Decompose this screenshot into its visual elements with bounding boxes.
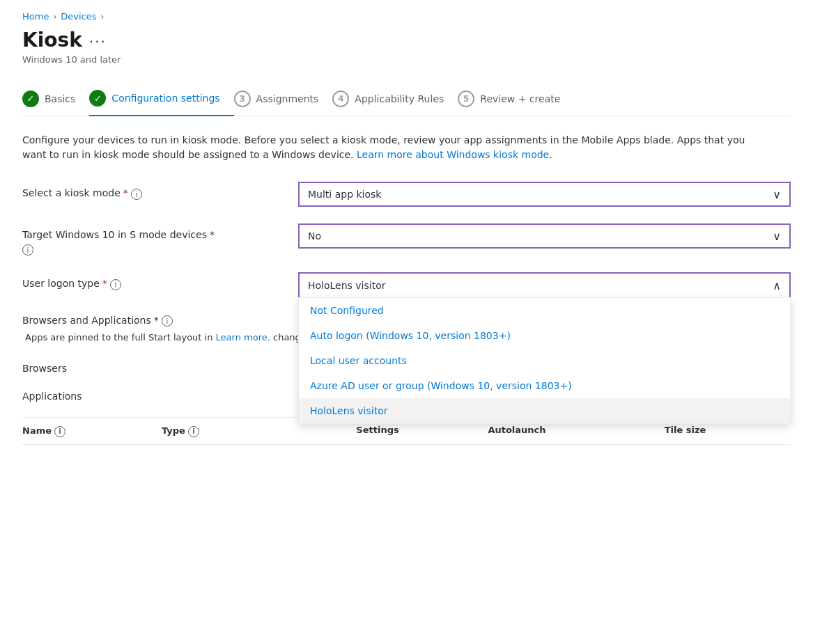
browsers-apps-info-icon[interactable]: i	[162, 315, 173, 327]
target-windows-label-container: Target Windows 10 in S mode devices * i	[22, 223, 287, 256]
configuration-description: Configure your devices to run in kiosk m…	[22, 133, 761, 162]
breadcrumb: Home › Devices ›	[22, 11, 791, 22]
user-logon-dropdown[interactable]: HoloLens visitor ∧	[298, 272, 791, 297]
description-link[interactable]: Learn more about Windows kiosk mode	[357, 149, 549, 160]
step-circle-assignments: 3	[234, 91, 251, 107]
target-windows-dropdown[interactable]: No ∨	[298, 223, 791, 249]
step-check-configuration	[94, 93, 102, 104]
target-windows-info-icon[interactable]: i	[22, 244, 33, 256]
page-subtitle: Windows 10 and later	[22, 54, 791, 65]
step-circle-review: 5	[458, 91, 474, 107]
user-logon-dropdown-menu: Not Configured Auto logon (Windows 10, v…	[298, 297, 791, 424]
option-not-configured[interactable]: Not Configured	[299, 298, 790, 323]
breadcrumb-devices[interactable]: Devices	[61, 11, 96, 22]
user-logon-control: HoloLens visitor ∧ Not Configured Auto l…	[298, 272, 791, 297]
breadcrumb-sep1: ›	[53, 12, 56, 22]
name-col-info-icon[interactable]: i	[54, 426, 65, 437]
target-windows-control: No ∨	[298, 223, 791, 249]
kiosk-mode-control: Multi app kiosk ∨	[298, 182, 791, 207]
target-windows-sub: i	[22, 243, 287, 256]
page-title: Kiosk	[22, 29, 82, 52]
col-header-autolaunch: Autolaunch	[454, 425, 580, 437]
user-logon-arrow: ∧	[773, 279, 781, 292]
col-header-name: Name i	[22, 425, 162, 437]
step-circle-applicability: 4	[332, 91, 349, 107]
target-windows-field: Target Windows 10 in S mode devices * i …	[22, 223, 791, 256]
step-label-assignments: Assignments	[256, 93, 319, 104]
kiosk-mode-required: *	[123, 187, 128, 198]
step-label-configuration: Configuration settings	[111, 93, 219, 104]
user-logon-value: HoloLens visitor	[308, 280, 386, 291]
option-hololens[interactable]: HoloLens visitor	[299, 398, 790, 423]
browsers-desc-text1: Apps are pinned to the full Start layout…	[25, 332, 216, 343]
target-windows-label-row: Target Windows 10 in S mode devices *	[22, 229, 287, 240]
target-windows-label: Target Windows 10 in S mode devices	[22, 229, 207, 240]
description-text2: .	[549, 149, 552, 160]
wizard-step-applicability[interactable]: 4 Applicability Rules	[332, 82, 458, 116]
step-circle-basics	[22, 91, 39, 107]
step-check-basics	[27, 93, 35, 104]
option-local-user[interactable]: Local user accounts	[299, 348, 790, 373]
step-label-applicability: Applicability Rules	[355, 93, 444, 104]
type-col-info-icon[interactable]: i	[188, 426, 199, 437]
kiosk-mode-dropdown[interactable]: Multi app kiosk ∨	[298, 182, 791, 207]
step-label-basics: Basics	[45, 93, 75, 104]
browsers-apps-required: *	[154, 315, 159, 326]
user-logon-label: User logon type * i	[22, 272, 287, 290]
wizard-step-assignments[interactable]: 3 Assignments	[234, 82, 333, 116]
option-azure-ad[interactable]: Azure AD user or group (Windows 10, vers…	[299, 373, 790, 398]
col-header-tilesize: Tile size	[580, 425, 791, 437]
kiosk-mode-arrow: ∨	[773, 188, 781, 201]
target-windows-value: No	[308, 230, 321, 242]
step-circle-configuration	[89, 90, 106, 107]
breadcrumb-sep2: ›	[100, 12, 104, 22]
browsers-row-label: Browsers	[22, 360, 287, 374]
col-header-type: Type i	[162, 425, 301, 437]
wizard-step-basics[interactable]: Basics	[22, 82, 89, 116]
applications-row-label: Applications	[22, 388, 287, 402]
browsers-apps-label: Browsers and Applications	[22, 315, 151, 326]
kiosk-mode-label: Select a kiosk mode * i	[22, 182, 287, 200]
wizard-step-review[interactable]: 5 Review + create	[458, 82, 574, 116]
wizard-step-configuration[interactable]: Configuration settings	[89, 81, 233, 116]
kiosk-mode-info-icon[interactable]: i	[131, 189, 142, 200]
target-windows-arrow: ∨	[773, 230, 781, 243]
breadcrumb-home[interactable]: Home	[22, 11, 49, 22]
user-logon-info-icon[interactable]: i	[110, 279, 121, 290]
more-options-button[interactable]: ···	[89, 33, 107, 50]
wizard-steps: Basics Configuration settings 3 Assignme…	[22, 81, 791, 116]
kiosk-mode-field: Select a kiosk mode * i Multi app kiosk …	[22, 182, 791, 207]
page-header: Kiosk ···	[22, 29, 791, 52]
col-header-settings: Settings	[301, 425, 454, 437]
browsers-desc-link[interactable]: Learn more.	[216, 332, 270, 343]
step-label-review: Review + create	[480, 93, 560, 104]
target-windows-required: *	[210, 229, 215, 240]
user-logon-field: User logon type * i HoloLens visitor ∧ N…	[22, 272, 791, 297]
user-logon-required: *	[102, 278, 107, 289]
option-auto-logon[interactable]: Auto logon (Windows 10, version 1803+)	[299, 323, 790, 348]
kiosk-mode-value: Multi app kiosk	[308, 189, 381, 200]
